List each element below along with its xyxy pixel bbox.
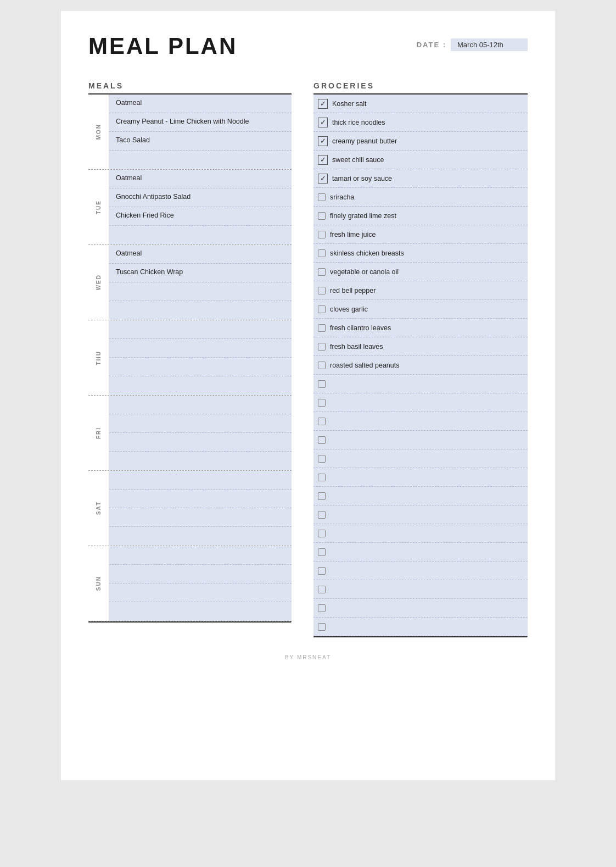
meal-item: Chicken Fried Rice: [109, 207, 292, 226]
meal-item-empty: [109, 301, 292, 320]
meal-item-empty: [109, 546, 292, 565]
grocery-row: roasted salted peanuts: [313, 356, 528, 375]
meal-item-empty: [109, 527, 292, 546]
grocery-row: [313, 412, 528, 431]
grocery-row: cloves garlic: [313, 300, 528, 319]
day-text: TUE: [96, 200, 102, 214]
footer: BY MRSNEAT: [88, 654, 528, 660]
grocery-checkbox-unchecked[interactable]: [318, 212, 326, 220]
grocery-checkbox-unchecked[interactable]: [318, 362, 326, 369]
grocery-item-name: sweet chili sauce: [332, 156, 384, 164]
grocery-checkbox-unchecked[interactable]: [318, 418, 326, 425]
grocery-row: fresh lime juice: [313, 225, 528, 244]
meals-bottom-line: [88, 621, 292, 623]
grocery-item-name: thick rice noodles: [332, 119, 385, 126]
grocery-checkbox-checked[interactable]: ✓: [318, 174, 328, 184]
date-label: DATE :: [417, 41, 446, 49]
meal-item: Oatmeal: [109, 170, 292, 188]
day-row: SUN: [88, 546, 292, 621]
day-row: WEDOatmealTuscan Chicken Wrap: [88, 245, 292, 320]
grocery-item-name: skinless chicken breasts: [330, 249, 404, 257]
day-row: TUEOatmealGnocchi Antipasto SaladChicken…: [88, 170, 292, 245]
day-label: SAT: [88, 471, 109, 546]
grocery-checkbox-unchecked[interactable]: [318, 305, 326, 313]
grocery-checkbox-unchecked[interactable]: [318, 492, 326, 500]
grocery-item-name: Kosher salt: [332, 100, 367, 108]
grocery-row: ✓thick rice noodles: [313, 113, 528, 132]
meal-item: Creamy Peanut - Lime Chicken with Noodle: [109, 113, 292, 132]
grocery-checkbox-unchecked[interactable]: [318, 193, 326, 201]
grocery-row: ✓Kosher salt: [313, 95, 528, 113]
grocery-checkbox-checked[interactable]: ✓: [318, 155, 328, 165]
page: MEAL PLAN DATE : March 05-12th MEALS MON…: [61, 11, 555, 780]
day-meals: [109, 471, 292, 546]
grocery-row: [313, 580, 528, 599]
day-row: MONOatmealCreamy Peanut - Lime Chicken w…: [88, 95, 292, 170]
grocery-item-name: red bell pepper: [330, 287, 376, 294]
day-label: THU: [88, 320, 109, 395]
meal-item-empty: [109, 414, 292, 433]
grocery-checkbox-unchecked[interactable]: [318, 231, 326, 238]
grocery-checkbox-checked[interactable]: ✓: [318, 136, 328, 146]
groceries-bottom-line: [313, 636, 528, 638]
grocery-row: [313, 543, 528, 562]
grocery-item-name: roasted salted peanuts: [330, 362, 399, 369]
grocery-row: [313, 375, 528, 393]
grocery-checkbox-unchecked[interactable]: [318, 530, 326, 537]
grocery-item-name: sriracha: [330, 193, 354, 201]
grocery-checkbox-checked[interactable]: ✓: [318, 118, 328, 127]
grocery-checkbox-unchecked[interactable]: [318, 455, 326, 463]
day-row: SAT: [88, 471, 292, 546]
day-text: THU: [96, 351, 102, 365]
day-meals: [109, 320, 292, 395]
grocery-checkbox-unchecked[interactable]: [318, 399, 326, 407]
grocery-checkbox-unchecked[interactable]: [318, 380, 326, 388]
day-row: FRI: [88, 396, 292, 471]
grocery-row: [313, 524, 528, 543]
meal-item-empty: [109, 396, 292, 414]
meal-item-empty: [109, 282, 292, 301]
grocery-checkbox-unchecked[interactable]: [318, 474, 326, 481]
grocery-checkbox-unchecked[interactable]: [318, 343, 326, 351]
grocery-item-name: fresh basil leaves: [330, 343, 383, 351]
grocery-checkbox-unchecked[interactable]: [318, 511, 326, 519]
day-label: MON: [88, 95, 109, 169]
grocery-checkbox-unchecked[interactable]: [318, 623, 326, 631]
date-section: DATE : March 05-12th: [417, 38, 528, 51]
grocery-checkbox-unchecked[interactable]: [318, 324, 326, 332]
grocery-checkbox-unchecked[interactable]: [318, 436, 326, 444]
meal-item: Tuscan Chicken Wrap: [109, 264, 292, 282]
grocery-checkbox-unchecked[interactable]: [318, 548, 326, 556]
grocery-item-name: tamari or soy sauce: [332, 175, 392, 182]
main-columns: MEALS MONOatmealCreamy Peanut - Lime Chi…: [88, 81, 528, 638]
day-text: WED: [96, 274, 102, 290]
meal-item-empty: [109, 433, 292, 452]
grocery-row: [313, 599, 528, 618]
footer-text: BY MRSNEAT: [285, 654, 331, 660]
grocery-row: [313, 449, 528, 468]
page-title: MEAL PLAN: [88, 33, 237, 59]
grocery-item-name: vegetable or canola oil: [330, 268, 399, 276]
meal-item-empty: [109, 565, 292, 583]
day-meals: OatmealCreamy Peanut - Lime Chicken with…: [109, 95, 292, 169]
meal-item-empty: [109, 490, 292, 508]
grocery-row: sriracha: [313, 188, 528, 207]
grocery-checkbox-unchecked[interactable]: [318, 287, 326, 294]
grocery-item-name: finely grated lime zest: [330, 212, 396, 220]
grocery-row: vegetable or canola oil: [313, 263, 528, 281]
grocery-checkbox-unchecked[interactable]: [318, 268, 326, 276]
grocery-row: [313, 505, 528, 524]
grocery-checkbox-checked[interactable]: ✓: [318, 99, 328, 109]
grocery-checkbox-unchecked[interactable]: [318, 604, 326, 612]
meal-item-empty: [109, 339, 292, 358]
day-label: TUE: [88, 170, 109, 244]
grocery-row: [313, 431, 528, 449]
meal-item: Gnocchi Antipasto Salad: [109, 188, 292, 207]
meal-item-empty: [109, 358, 292, 376]
grocery-checkbox-unchecked[interactable]: [318, 249, 326, 257]
day-label: WED: [88, 245, 109, 320]
day-meals: [109, 396, 292, 470]
grocery-checkbox-unchecked[interactable]: [318, 567, 326, 575]
day-meals: OatmealGnocchi Antipasto SaladChicken Fr…: [109, 170, 292, 244]
grocery-checkbox-unchecked[interactable]: [318, 586, 326, 593]
